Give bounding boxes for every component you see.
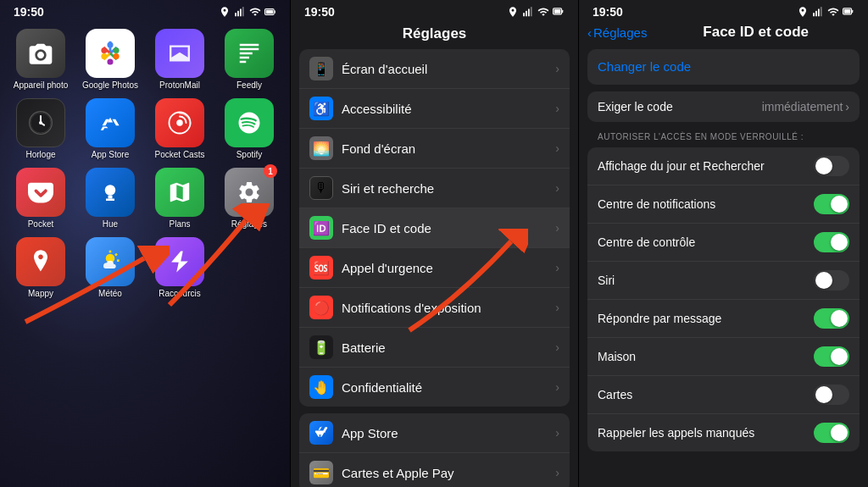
- appels-label: Rappeler les appels manqués: [598, 426, 805, 440]
- app-icon-feedly[interactable]: Feedly: [219, 29, 280, 90]
- app-icon-pocketcasts[interactable]: Pocket Casts: [149, 98, 210, 159]
- reglages-icon-img: 1: [225, 168, 274, 217]
- settings-screen: 19:50 Réglages 📱 Écran d'accueil › ♿ Acc…: [290, 0, 579, 487]
- settings-item-siri[interactable]: 🎙 Siri et recherche ›: [299, 169, 570, 208]
- svg-point-8: [101, 47, 107, 53]
- settings-list-top: 📱 Écran d'accueil › ♿ Accessibilité › 🌅 …: [299, 49, 570, 407]
- exposition-label: Notifications d'exposition: [342, 301, 547, 315]
- app-icon-photos[interactable]: Google Photos: [80, 29, 141, 90]
- app-icon-mappy[interactable]: Mappy: [10, 237, 71, 298]
- svg-line-25: [115, 254, 117, 256]
- confidentialite-icon: 🤚: [309, 375, 333, 399]
- wifi-icon: [249, 6, 261, 18]
- svg-rect-29: [526, 11, 527, 16]
- settings-item-urgence[interactable]: 🆘 Appel d'urgence ›: [299, 248, 570, 288]
- svg-rect-3: [242, 7, 244, 16]
- raccourcis-label: Raccourcis: [159, 289, 200, 298]
- toggle-item-appels[interactable]: Rappeler les appels manqués: [587, 414, 860, 451]
- pocket-label: Pocket: [28, 219, 54, 229]
- app-icon-pocket[interactable]: Pocket: [10, 168, 71, 229]
- appels-toggle[interactable]: [814, 423, 849, 443]
- toggle-item-notifs[interactable]: Centre de notifications: [587, 185, 860, 224]
- photos-icon-img: [86, 29, 135, 78]
- app-icon-reglages[interactable]: 1Réglages: [219, 168, 280, 229]
- wifi-icon2: [537, 6, 549, 18]
- fond-label: Fond d'écran: [342, 141, 547, 156]
- svg-point-12: [107, 58, 113, 64]
- settings-item-faceid[interactable]: 🆔 Face ID et code ›: [299, 208, 570, 248]
- app-icon-appstore[interactable]: App Store: [80, 98, 141, 159]
- accessibility-icon: ♿: [309, 97, 333, 120]
- toggle-item-cartes[interactable]: Cartes: [587, 376, 860, 414]
- home-time: 19:50: [14, 5, 44, 19]
- settings-item-cartes[interactable]: 💳 Cartes et Apple Pay ›: [299, 453, 570, 487]
- app-icon-spotify[interactable]: Spotify: [219, 98, 280, 159]
- settings-item-fond[interactable]: 🌅 Fond d'écran ›: [299, 129, 570, 169]
- wifi-icon3: [827, 6, 839, 18]
- notifs-label: Centre de notifications: [598, 197, 805, 211]
- cartes-toggle[interactable]: [814, 385, 849, 405]
- toggle-item-affichage[interactable]: Affichage du jour et Rechercher: [587, 147, 860, 185]
- fond-chevron: ›: [555, 141, 559, 155]
- app-icon-camera[interactable]: Appareil photo: [10, 29, 71, 90]
- app-icon-raccourcis[interactable]: Raccourcis: [149, 237, 210, 298]
- svg-point-7: [107, 42, 113, 48]
- settings-item-exposition[interactable]: 🔴 Notifications d'exposition ›: [299, 288, 570, 328]
- faceid-status-icons: [797, 6, 854, 18]
- protonmail-icon-img: [155, 29, 204, 78]
- ecran-chevron: ›: [555, 62, 559, 75]
- affichage-toggle[interactable]: [814, 156, 849, 176]
- changer-code-link[interactable]: Changer le code: [598, 59, 691, 74]
- svg-rect-0: [235, 13, 236, 16]
- settings-item-appstore[interactable]: App Store ›: [299, 413, 570, 453]
- app-icon-horloge[interactable]: Horloge: [10, 98, 71, 159]
- spotify-label: Spotify: [236, 150, 263, 159]
- confidentialite-chevron: ›: [555, 380, 559, 394]
- exiger-code-row[interactable]: Exiger le code immédiatement ›: [587, 91, 860, 122]
- repondre-toggle[interactable]: [814, 308, 849, 329]
- toggle-list: Affichage du jour et RechercherCentre de…: [587, 147, 860, 451]
- toggle-item-repondre[interactable]: Répondre par message: [587, 300, 860, 338]
- pocketcasts-icon-img: [155, 98, 204, 147]
- settings-status-icons: [507, 6, 565, 18]
- app-icon-meteo[interactable]: Météo: [80, 237, 141, 298]
- toggle-item-siri[interactable]: Siri: [587, 262, 860, 300]
- svg-rect-35: [813, 13, 815, 16]
- svg-rect-21: [108, 196, 113, 199]
- siri-icon: 🎙: [309, 176, 333, 200]
- svg-rect-5: [266, 10, 273, 14]
- cartes-label: Cartes: [598, 388, 805, 401]
- siri-toggle[interactable]: [814, 270, 849, 291]
- notifs-toggle[interactable]: [814, 194, 849, 214]
- app-icon-plans[interactable]: Plans: [149, 168, 210, 229]
- controle-label: Centre de contrôle: [598, 235, 805, 249]
- svg-rect-22: [106, 199, 114, 202]
- svg-rect-36: [815, 11, 817, 16]
- toggle-item-maison[interactable]: Maison: [587, 338, 860, 376]
- siri-label: Siri et recherche: [342, 181, 547, 196]
- faceid-time: 19:50: [593, 5, 623, 19]
- feedly-icon-img: [225, 29, 274, 78]
- batterie-icon: 🔋: [309, 335, 333, 359]
- siri-chevron: ›: [555, 181, 559, 195]
- maison-toggle[interactable]: [814, 346, 849, 367]
- toggle-item-controle[interactable]: Centre de contrôle: [587, 224, 860, 262]
- app-icon-protonmail[interactable]: ProtonMail: [149, 29, 210, 90]
- batterie-label: Batterie: [342, 340, 547, 355]
- settings-item-accessibility[interactable]: ♿ Accessibilité ›: [299, 89, 570, 129]
- home-status-icons: [219, 6, 276, 18]
- exposition-icon: 🔴: [309, 296, 333, 319]
- svg-point-10: [114, 47, 120, 53]
- faceid-screen: 19:50 ‹ Réglages Face ID et code Changer…: [579, 0, 868, 487]
- pocketcasts-label: Pocket Casts: [155, 150, 205, 159]
- controle-toggle[interactable]: [814, 232, 849, 252]
- settings-item-ecran[interactable]: 📱 Écran d'accueil ›: [299, 49, 570, 89]
- settings-item-batterie[interactable]: 🔋 Batterie ›: [299, 328, 570, 368]
- faceid-back-button[interactable]: ‹ Réglages: [587, 25, 647, 40]
- ecran-icon: 📱: [309, 57, 333, 80]
- app-icon-hue[interactable]: Hue: [80, 168, 141, 229]
- meteo-label: Météo: [98, 289, 122, 298]
- camera-label: Appareil photo: [14, 80, 69, 90]
- repondre-label: Répondre par message: [598, 312, 805, 325]
- settings-item-confidentialite[interactable]: 🤚 Confidentialité ›: [299, 368, 570, 407]
